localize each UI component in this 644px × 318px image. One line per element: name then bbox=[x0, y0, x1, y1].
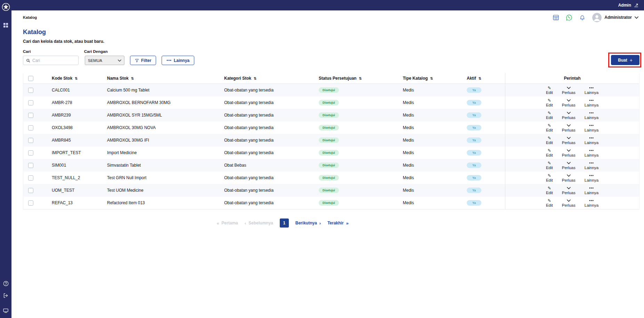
help-icon[interactable] bbox=[3, 281, 9, 286]
chevron-down-icon bbox=[567, 123, 571, 128]
aktif-badge: Ya bbox=[467, 175, 481, 181]
column-header-kategori-stok[interactable]: Kategori Stok⇅ bbox=[224, 76, 319, 81]
expand-button[interactable]: Perluas bbox=[562, 198, 576, 207]
pagination-next[interactable]: Berikutnya › bbox=[295, 221, 321, 226]
edit-button[interactable]: ✎ Edit bbox=[546, 173, 553, 182]
table-header-row: Kode Stok⇅Nama Stok⇅Kategori Stok⇅Status… bbox=[23, 73, 639, 84]
edit-button[interactable]: ✎ Edit bbox=[546, 86, 553, 95]
expand-button[interactable]: Perluas bbox=[562, 148, 576, 157]
chevron-down-icon bbox=[567, 136, 571, 140]
pagination-last[interactable]: Terakhir » bbox=[327, 221, 349, 226]
edit-label: Edit bbox=[546, 116, 553, 120]
filter-button[interactable]: Filter bbox=[130, 56, 156, 65]
status-badge: Disetujui bbox=[319, 175, 339, 181]
column-header-status-persetujuan[interactable]: Status Persetujuan⇅ bbox=[319, 76, 403, 81]
expand-button[interactable]: Perluas bbox=[562, 186, 576, 195]
cell-kategori-stok: Obat-obatan yang tersedia bbox=[224, 188, 319, 193]
pencil-icon: ✎ bbox=[548, 161, 551, 165]
pagination-previous[interactable]: ‹ Sebelumnya bbox=[245, 221, 273, 226]
row-more-button[interactable]: ••• Lainnya bbox=[585, 111, 598, 120]
row-checkbox[interactable] bbox=[28, 163, 33, 168]
expand-button[interactable]: Perluas bbox=[562, 86, 576, 95]
edit-button[interactable]: ✎ Edit bbox=[546, 98, 553, 107]
avatar bbox=[592, 13, 602, 22]
admin-label[interactable]: Admin bbox=[618, 3, 631, 8]
row-more-button[interactable]: ••• Lainnya bbox=[585, 148, 598, 157]
logout-icon[interactable] bbox=[3, 293, 8, 298]
cell-kode-stok: TEST_NULL_2 bbox=[52, 175, 107, 180]
pagination: « Pertama ‹ Sebelumnya 1 Berikutnya › Te… bbox=[217, 218, 349, 228]
external-link-icon[interactable] bbox=[634, 3, 638, 8]
row-more-button[interactable]: ••• Lainnya bbox=[585, 98, 598, 107]
edit-button[interactable]: ✎ Edit bbox=[546, 136, 553, 145]
cell-kode-stok: CALC001 bbox=[52, 88, 107, 93]
sort-icon[interactable]: ⇅ bbox=[75, 77, 78, 80]
expand-button[interactable]: Perluas bbox=[562, 161, 576, 170]
create-button[interactable]: Buat + bbox=[611, 55, 639, 65]
expand-button[interactable]: Perluas bbox=[562, 111, 576, 120]
table-row: AMBR-278 AMBROXOL BERNOFARM 30MG Obat-ob… bbox=[23, 96, 639, 109]
table-icon[interactable] bbox=[553, 15, 559, 21]
edit-button[interactable]: ✎ Edit bbox=[546, 148, 553, 157]
row-more-button[interactable]: ••• Lainnya bbox=[585, 86, 598, 95]
row-more-button[interactable]: ••• Lainnya bbox=[585, 186, 598, 195]
more-label: Lainnya bbox=[585, 203, 598, 207]
edit-button[interactable]: ✎ Edit bbox=[546, 198, 553, 207]
row-more-button[interactable]: ••• Lainnya bbox=[585, 161, 598, 170]
more-options-button[interactable]: ••• Lainnya bbox=[162, 56, 194, 65]
row-more-button[interactable]: ••• Lainnya bbox=[585, 173, 598, 182]
pagination-page-1[interactable]: 1 bbox=[280, 218, 289, 228]
user-menu[interactable]: Administrator bbox=[592, 13, 638, 22]
whatsapp-icon[interactable] bbox=[566, 14, 572, 21]
edit-button[interactable]: ✎ Edit bbox=[546, 111, 553, 120]
row-checkbox[interactable] bbox=[28, 150, 33, 156]
row-checkbox[interactable] bbox=[28, 88, 33, 93]
catalog-table: Kode Stok⇅Nama Stok⇅Kategori Stok⇅Status… bbox=[23, 73, 639, 209]
notification-bell-icon[interactable] bbox=[579, 14, 585, 21]
row-checkbox[interactable] bbox=[28, 188, 33, 193]
table-row: IMPORT_TEST Import Medicine Obat-obatan … bbox=[23, 146, 639, 159]
row-checkbox[interactable] bbox=[28, 175, 33, 181]
table-row: SIM001 Simvastatin Tablet Obat Bebas Dis… bbox=[23, 159, 639, 172]
column-header-aktif[interactable]: Aktif⇅ bbox=[467, 76, 505, 81]
search-box bbox=[23, 56, 79, 65]
row-checkbox[interactable] bbox=[28, 200, 33, 206]
cell-tipe-katalog: Medis bbox=[403, 88, 467, 93]
cell-nama-stok: Test UOM Medicine bbox=[107, 188, 224, 193]
row-checkbox[interactable] bbox=[28, 125, 33, 130]
row-checkbox[interactable] bbox=[28, 113, 33, 118]
expand-button[interactable]: Perluas bbox=[562, 98, 576, 107]
sort-icon[interactable]: ⇅ bbox=[479, 77, 481, 80]
row-checkbox[interactable] bbox=[28, 100, 33, 105]
search-input[interactable] bbox=[32, 58, 75, 63]
sort-icon[interactable]: ⇅ bbox=[131, 77, 134, 80]
ellipsis-icon: ••• bbox=[589, 136, 594, 140]
ellipsis-icon: ••• bbox=[589, 86, 594, 90]
row-checkbox[interactable] bbox=[28, 138, 33, 143]
filter-funnel-icon bbox=[135, 58, 139, 63]
more-label: Lainnya bbox=[585, 128, 598, 132]
search-by-select[interactable]: SEMUA bbox=[85, 56, 124, 65]
select-all-cell bbox=[23, 73, 52, 84]
pagination-first[interactable]: « Pertama bbox=[217, 221, 238, 226]
column-header-nama-stok[interactable]: Nama Stok⇅ bbox=[107, 76, 224, 81]
device-icon[interactable] bbox=[3, 308, 8, 313]
expand-button[interactable]: Perluas bbox=[562, 173, 576, 182]
edit-button[interactable]: ✎ Edit bbox=[546, 161, 553, 170]
row-more-button[interactable]: ••• Lainnya bbox=[585, 136, 598, 145]
cell-tipe-katalog: Medis bbox=[403, 138, 467, 143]
apps-grid-icon[interactable] bbox=[3, 23, 8, 28]
expand-button[interactable]: Perluas bbox=[562, 136, 576, 145]
expand-button[interactable]: Perluas bbox=[562, 123, 576, 132]
column-header-kode-stok[interactable]: Kode Stok⇅ bbox=[52, 76, 107, 81]
row-more-button[interactable]: ••• Lainnya bbox=[585, 198, 598, 207]
row-more-button[interactable]: ••• Lainnya bbox=[585, 123, 598, 132]
select-all-checkbox[interactable] bbox=[28, 76, 33, 81]
more-label: Lainnya bbox=[585, 153, 598, 157]
edit-button[interactable]: ✎ Edit bbox=[546, 123, 553, 132]
sort-icon[interactable]: ⇅ bbox=[359, 77, 362, 80]
sort-icon[interactable]: ⇅ bbox=[430, 77, 433, 80]
edit-button[interactable]: ✎ Edit bbox=[546, 186, 553, 195]
column-header-tipe-katalog[interactable]: Tipe Katalog⇅ bbox=[403, 76, 467, 81]
sort-icon[interactable]: ⇅ bbox=[254, 77, 256, 80]
